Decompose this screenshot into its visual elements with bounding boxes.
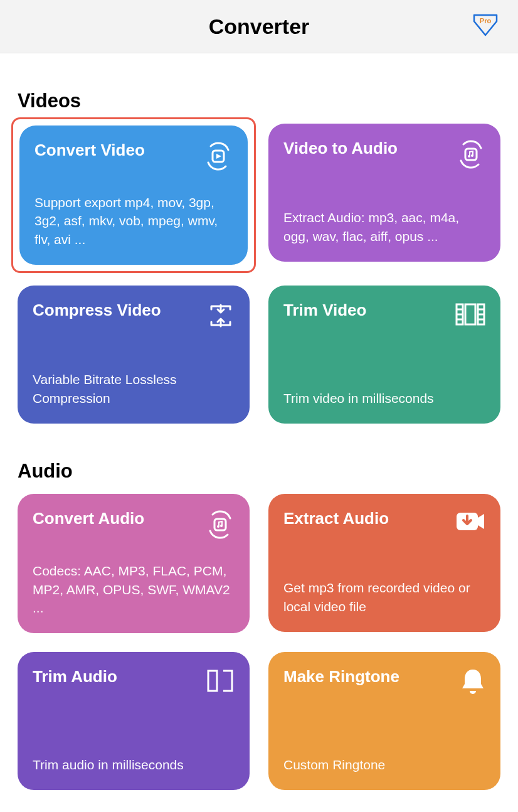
card-extract-audio-wrap: Extract Audio Get mp3 from recorded vide… — [268, 494, 500, 633]
card-trim-audio-wrap: Trim Audio Trim audio in milliseconds — [18, 652, 250, 790]
convert-audio-icon — [204, 509, 236, 543]
card-trim-video[interactable]: Trim Video Trim video in milliseconds — [268, 286, 500, 424]
svg-point-3 — [471, 154, 473, 157]
card-title: Compress Video — [33, 301, 161, 320]
card-convert-audio[interactable]: Convert Audio Codecs: AAC, MP3, FLAC, PC… — [18, 494, 250, 633]
content: Videos Convert Video Support export mp4, — [0, 90, 518, 790]
bell-icon — [459, 667, 487, 700]
page-title: Converter — [209, 14, 310, 39]
videos-grid: Convert Video Support export mp4, mov, 3… — [18, 124, 500, 424]
card-title: Video to Audio — [283, 139, 398, 158]
audio-grid: Convert Audio Codecs: AAC, MP3, FLAC, PC… — [18, 494, 500, 790]
svg-rect-12 — [465, 304, 475, 324]
compress-icon — [206, 301, 236, 333]
card-desc: Extract Audio: mp3, aac, m4a, ogg, wav, … — [283, 190, 487, 245]
card-video-to-audio[interactable]: Video to Audio Extract Audio: mp3, aac, … — [268, 124, 500, 262]
card-desc: Variable Bitrate Lossless Compression — [33, 351, 236, 407]
card-desc: Trim audio in milliseconds — [33, 737, 236, 774]
pro-badge-text: Pro — [480, 17, 492, 24]
card-convert-video-wrap: Convert Video Support export mp4, mov, 3… — [11, 117, 256, 273]
card-title: Extract Audio — [283, 509, 389, 528]
trim-audio-icon — [204, 667, 236, 697]
card-convert-audio-wrap: Convert Audio Codecs: AAC, MP3, FLAC, PC… — [18, 494, 250, 633]
svg-rect-13 — [214, 519, 226, 530]
card-make-ringtone-wrap: Make Ringtone Custom Ringtone — [268, 652, 500, 790]
section-title-audio: Audio — [18, 460, 500, 483]
card-extract-audio[interactable]: Extract Audio Get mp3 from recorded vide… — [268, 494, 500, 632]
card-trim-video-wrap: Trim Video Trim video in milliseconds — [268, 286, 500, 424]
card-title: Trim Audio — [33, 667, 117, 686]
card-title: Convert Audio — [33, 509, 144, 528]
section-title-videos: Videos — [18, 90, 500, 112]
convert-video-icon — [203, 141, 234, 174]
svg-rect-1 — [465, 149, 477, 160]
video-to-audio-icon — [455, 139, 487, 173]
card-compress-video-wrap: Compress Video Variable Bitrate Lossless… — [18, 286, 250, 424]
card-desc: Support export mp4, mov, 3gp, 3g2, asf, … — [34, 174, 234, 248]
card-trim-audio[interactable]: Trim Audio Trim audio in milliseconds — [18, 652, 250, 790]
card-compress-video[interactable]: Compress Video Variable Bitrate Lossless… — [18, 286, 250, 424]
svg-point-14 — [217, 525, 219, 528]
card-desc: Trim video in milliseconds — [283, 370, 487, 407]
card-desc: Codecs: AAC, MP3, FLAC, PCM, MP2, AMR, O… — [33, 543, 236, 617]
card-video-to-audio-wrap: Video to Audio Extract Audio: mp3, aac, … — [268, 124, 500, 267]
pro-badge[interactable]: Pro — [472, 13, 499, 40]
svg-rect-17 — [208, 671, 217, 691]
svg-point-15 — [220, 525, 223, 527]
film-trim-icon — [454, 301, 487, 331]
card-title: Convert Video — [34, 141, 145, 160]
card-convert-video[interactable]: Convert Video Support export mp4, mov, 3… — [19, 126, 248, 265]
header: Converter Pro — [0, 0, 518, 53]
svg-point-2 — [468, 155, 470, 158]
card-desc: Custom Ringtone — [283, 737, 487, 774]
card-make-ringtone[interactable]: Make Ringtone Custom Ringtone — [268, 652, 500, 790]
camera-download-icon — [454, 509, 487, 537]
card-desc: Get mp3 from recorded video or local vid… — [283, 560, 487, 616]
card-title: Trim Video — [283, 301, 366, 320]
card-title: Make Ringtone — [283, 667, 399, 686]
